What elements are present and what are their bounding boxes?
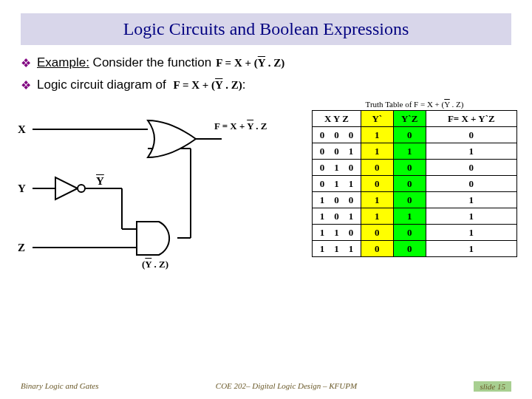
formula-2: F = X + (Y . Z) (171, 79, 242, 92)
table-row: 0 0 0100 (313, 127, 517, 143)
table-row: 1 0 0101 (313, 192, 517, 208)
bullet-icon: ❖ (21, 78, 31, 92)
cell-ybarz: 0 (393, 160, 426, 176)
cell-ybarz: 1 (393, 143, 426, 160)
svg-point-3 (78, 185, 85, 192)
cell-f: 0 (426, 176, 516, 192)
tt-caption: Truth Table of F = X + (Y . Z) (312, 100, 517, 109)
table-row: 0 1 0000 (313, 160, 517, 176)
bullet1-prefix: Example: (37, 55, 89, 69)
table-row: 1 1 0001 (313, 225, 517, 241)
circuit-svg (15, 107, 310, 299)
cell-ybarz: 0 (393, 192, 426, 208)
truth-table: X Y Z Y` Y`Z F= X + Y`Z 0 0 01000 0 1111… (312, 110, 517, 257)
cell-xyz: 1 0 1 (313, 208, 361, 225)
cell-xyz: 0 0 0 (313, 127, 361, 143)
cell-f: 1 (426, 241, 516, 257)
slide-title: Logic Circuits and Boolean Expressions (21, 13, 511, 45)
cell-f: 1 (426, 192, 516, 208)
bullet-1: ❖ Example: Consider the function F = X +… (21, 55, 532, 70)
cell-f: 1 (426, 225, 516, 241)
bullet-list: ❖ Example: Consider the function F = X +… (21, 55, 532, 92)
cell-ybar: 0 (361, 160, 393, 176)
cell-ybar: 1 (361, 208, 393, 225)
cell-f: 0 (426, 160, 516, 176)
cell-ybarz: 0 (393, 176, 426, 192)
th-xyz: X Y Z (313, 111, 361, 127)
cell-xyz: 0 0 1 (313, 143, 361, 160)
table-row: 0 1 1000 (313, 176, 517, 192)
cell-ybar: 0 (361, 225, 393, 241)
cell-ybarz: 0 (393, 241, 426, 257)
cell-ybarz: 0 (393, 127, 426, 143)
table-row: 1 0 1111 (313, 208, 517, 225)
cell-f: 0 (426, 127, 516, 143)
content-area: X Y Z Y (Y . Z) F = X + Y . Z Truth Tabl… (15, 100, 517, 344)
bullet2-suffix: : (242, 78, 246, 92)
cell-xyz: 0 1 0 (313, 160, 361, 176)
cell-xyz: 1 1 0 (313, 225, 361, 241)
cell-ybarz: 1 (393, 208, 426, 225)
bullet1-rest: Consider the function (89, 55, 211, 69)
footer-right: slide 15 (474, 381, 511, 392)
cell-ybar: 1 (361, 127, 393, 143)
label-f-out: F = X + Y . Z (214, 120, 267, 132)
label-ybar: Y (96, 175, 104, 188)
footer-center: COE 202– Digital Logic Design – KFUPM (216, 381, 357, 392)
formula-1: F = X + (Y . Z) (216, 57, 284, 69)
th-ybarz: Y`Z (393, 111, 426, 127)
svg-marker-2 (55, 177, 78, 200)
label-and-out: (Y . Z) (142, 259, 168, 270)
table-row: 0 0 1111 (313, 143, 517, 160)
cell-ybar: 0 (361, 241, 393, 257)
th-f: F= X + Y`Z (426, 111, 516, 127)
cell-ybar: 1 (361, 143, 393, 160)
label-x: X (18, 123, 26, 136)
label-y: Y (18, 183, 26, 195)
footer: Binary Logic and Gates COE 202– Digital … (0, 381, 532, 392)
bullet2-text: Logic circuit diagram of (37, 78, 166, 92)
table-row: 1 1 1001 (313, 241, 517, 257)
cell-f: 1 (426, 143, 516, 160)
tt-header-row: X Y Z Y` Y`Z F= X + Y`Z (313, 111, 517, 127)
th-ybar: Y` (361, 111, 393, 127)
cell-ybar: 0 (361, 176, 393, 192)
circuit-diagram: X Y Z Y (Y . Z) F = X + Y . Z (15, 107, 310, 299)
cell-xyz: 1 0 0 (313, 192, 361, 208)
cell-xyz: 0 1 1 (313, 176, 361, 192)
cell-ybar: 1 (361, 192, 393, 208)
truth-table-wrap: Truth Table of F = X + (Y . Z) X Y Z Y` … (312, 100, 517, 257)
bullet-icon: ❖ (21, 56, 31, 70)
bullet-2: ❖ Logic circuit diagram of F = X + (Y . … (21, 78, 532, 92)
cell-f: 1 (426, 208, 516, 225)
label-z: Z (18, 242, 25, 254)
footer-left: Binary Logic and Gates (21, 381, 98, 392)
cell-ybarz: 0 (393, 225, 426, 241)
cell-xyz: 1 1 1 (313, 241, 361, 257)
